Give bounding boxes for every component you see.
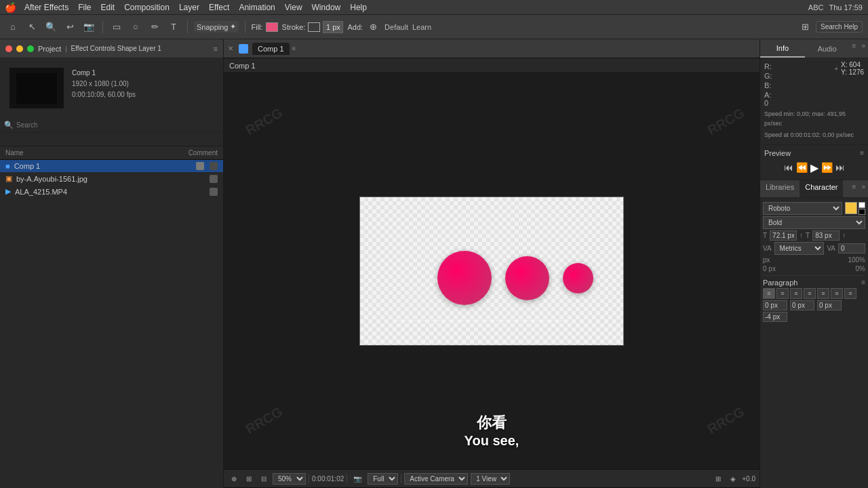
space-before-input[interactable] (763, 312, 787, 322)
pen-tool[interactable]: ✏ (147, 20, 162, 35)
font-style-select[interactable]: Bold (763, 216, 865, 229)
camera-btn[interactable]: 📷 (81, 20, 96, 35)
file-badge-jpg (210, 175, 218, 183)
preview-menu[interactable]: ≡ (860, 149, 864, 157)
paragraph-header: Paragraph ≡ (763, 275, 865, 287)
circles-container (437, 251, 593, 305)
file-row-mp4[interactable]: ▶ ALA_4215.MP4 (0, 185, 223, 198)
menu-after-effects[interactable]: After Effects (24, 3, 68, 12)
stroke-group: Stroke: (282, 21, 344, 33)
indent-first-input[interactable] (817, 300, 842, 310)
align-left[interactable]: ≡ (763, 288, 775, 299)
add-dropdown[interactable]: ⊕ (366, 20, 380, 35)
play-btn[interactable]: ▶ (810, 161, 818, 174)
justify-center[interactable]: ≡ (817, 288, 829, 299)
panel-expand-right[interactable]: » (859, 39, 868, 58)
zoom-btn[interactable]: 🔍 (43, 20, 58, 35)
align-right[interactable]: ≡ (790, 288, 802, 299)
character-tab[interactable]: Character (800, 180, 843, 197)
search-help[interactable]: Search Help (816, 21, 863, 33)
info-tab[interactable]: Info (760, 39, 805, 58)
viewer-first-frame[interactable]: ⊕ (228, 474, 240, 484)
font-family-select[interactable]: Roboto (763, 202, 842, 215)
fill-color[interactable] (266, 22, 278, 32)
shape-ellipse[interactable]: ○ (128, 20, 143, 35)
swatch-white[interactable] (859, 202, 865, 208)
next-frame-btn[interactable]: ⏩ (821, 162, 833, 173)
project-tab[interactable]: Project (38, 45, 61, 53)
grid-btn[interactable]: ⊞ (798, 20, 813, 35)
panel-menu-right[interactable]: ≡ (850, 39, 859, 58)
stroke-color[interactable] (308, 22, 320, 32)
resolution-dropdown[interactable]: Full (368, 473, 398, 485)
menu-composition[interactable]: Composition (124, 3, 170, 12)
justify-right[interactable]: ≡ (831, 288, 843, 299)
viewer-snap[interactable]: ⊞ (243, 474, 255, 484)
minimize-btn[interactable] (16, 45, 23, 52)
prev-frame-btn[interactable]: ⏪ (796, 162, 808, 173)
indent-after-input[interactable] (790, 300, 814, 310)
tracking-row: VA Metrics VA (763, 242, 865, 255)
comp-details-info: 1920 x 1080 (1.00) (72, 79, 136, 89)
libraries-tab[interactable]: Libraries (760, 180, 800, 197)
menu-help[interactable]: Help (350, 3, 367, 12)
exposure-btn[interactable]: ◈ (727, 474, 739, 484)
maximize-btn[interactable] (27, 45, 34, 52)
menu-file[interactable]: File (78, 3, 91, 12)
align-row: ≡ ≡ ≡ ≡ ≡ ≡ ≡ (763, 288, 865, 299)
char-expand[interactable]: » (859, 180, 868, 197)
char-tabs: Libraries Character ≡ » (760, 180, 868, 198)
camera-dropdown[interactable]: Active Camera (404, 473, 468, 485)
comp-name-info: Comp 1 (72, 68, 136, 79)
add-group: Add: ⊕ (347, 20, 380, 35)
swatch-black[interactable] (859, 209, 865, 215)
menu-view[interactable]: View (285, 3, 302, 12)
panel-menu-icon[interactable]: ≡ (214, 45, 218, 53)
right-panel-tabs: Info Audio ≡ » (760, 39, 868, 58)
first-frame-btn[interactable]: ⏮ (784, 162, 793, 173)
cursor-btn[interactable]: ↖ (24, 20, 39, 35)
shape-rect[interactable]: ▭ (109, 20, 124, 35)
justify-left[interactable]: ≡ (804, 288, 816, 299)
menu-animation[interactable]: Animation (239, 3, 275, 12)
font-size-input[interactable] (770, 230, 797, 241)
close-tab-icon[interactable]: ✕ (228, 45, 233, 52)
camera-icon-btn[interactable]: 📷 (350, 474, 365, 484)
grid-view-btn[interactable]: ⊞ (712, 474, 724, 484)
percent-100: 100% (848, 256, 865, 264)
indent-before-input[interactable] (763, 300, 787, 310)
preview-panel: Preview ≡ ⏮ ⏪ ▶ ⏩ ⏭ (760, 144, 868, 180)
last-frame-btn[interactable]: ⏭ (835, 162, 845, 173)
audio-tab[interactable]: Audio (805, 39, 850, 58)
menu-edit[interactable]: Edit (100, 3, 115, 12)
rotate-btn[interactable]: ↩ (62, 20, 77, 35)
zoom-dropdown[interactable]: 50% (273, 473, 306, 485)
views-dropdown[interactable]: 1 View (471, 473, 510, 485)
file-row-comp1[interactable]: ■ Comp 1 (0, 160, 223, 172)
apple-menu[interactable]: 🍎 (5, 3, 15, 12)
menu-window[interactable]: Window (312, 3, 341, 12)
paragraph-menu[interactable]: ≡ (861, 279, 865, 286)
comp-tab-main[interactable]: Comp 1 (252, 43, 290, 55)
tracking-input[interactable] (838, 243, 865, 253)
justify-full[interactable]: ≡ (844, 288, 856, 299)
home-btn[interactable]: ⌂ (5, 20, 20, 35)
close-btn[interactable] (5, 45, 12, 52)
viewer-region[interactable]: ⊟ (258, 474, 270, 484)
char-menu[interactable]: ≡ (850, 180, 859, 197)
file-row-jpg[interactable]: ▣ by-A.Ayoubi-1561.jpg (0, 172, 223, 185)
tab-options[interactable]: ≡ (292, 45, 296, 52)
comp-icon: ■ (5, 162, 10, 170)
effect-controls-tab[interactable]: Effect Controls Shape Layer 1 (71, 45, 161, 52)
project-search-input[interactable] (16, 121, 219, 129)
stroke-width-input[interactable] (323, 21, 343, 33)
stroke-label: Stroke: (282, 23, 306, 31)
font-size2-input[interactable] (812, 230, 840, 241)
text-color-swatch[interactable] (845, 202, 857, 214)
watermark4: RRCG (705, 404, 747, 437)
kerning-select[interactable]: Metrics (774, 242, 825, 255)
menu-effect[interactable]: Effect (209, 3, 229, 12)
type-tool[interactable]: T (166, 20, 181, 35)
align-center[interactable]: ≡ (776, 288, 789, 299)
menu-layer[interactable]: Layer (179, 3, 199, 12)
